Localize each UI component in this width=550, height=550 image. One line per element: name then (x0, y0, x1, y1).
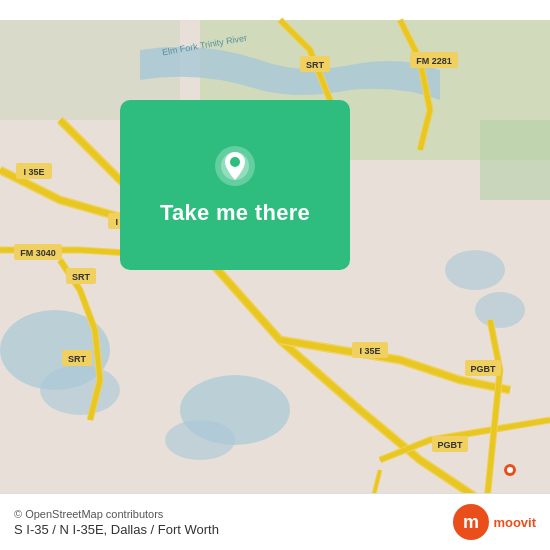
svg-point-6 (165, 420, 235, 460)
svg-point-8 (475, 292, 525, 328)
svg-text:I 35E: I 35E (23, 167, 44, 177)
svg-point-35 (230, 157, 240, 167)
map-container: SRT FM 2281 FM 3040 I 35E I 35E SRT SRT … (0, 0, 550, 550)
svg-point-32 (507, 467, 513, 473)
location-pin-icon (213, 144, 257, 188)
svg-text:PGBT: PGBT (470, 364, 496, 374)
svg-text:SRT: SRT (306, 60, 325, 70)
svg-text:I 35E: I 35E (359, 346, 380, 356)
svg-text:FM 3040: FM 3040 (20, 248, 56, 258)
svg-text:FM 2281: FM 2281 (416, 56, 452, 66)
svg-point-7 (445, 250, 505, 290)
svg-text:SRT: SRT (68, 354, 87, 364)
take-me-there-card[interactable]: Take me there (120, 100, 350, 270)
svg-text:m: m (463, 512, 479, 532)
svg-rect-9 (480, 120, 550, 200)
moovit-logo: m moovit (453, 504, 536, 540)
svg-text:PGBT: PGBT (437, 440, 463, 450)
moovit-icon: m (453, 504, 489, 540)
map-attribution: © OpenStreetMap contributors (14, 508, 219, 520)
route-label: S I-35 / N I-35E, Dallas / Fort Worth (14, 522, 219, 537)
svg-text:SRT: SRT (72, 272, 91, 282)
map-background: SRT FM 2281 FM 3040 I 35E I 35E SRT SRT … (0, 0, 550, 550)
bottom-bar: © OpenStreetMap contributors S I-35 / N … (0, 493, 550, 550)
moovit-brand-text: moovit (493, 515, 536, 530)
take-me-there-button[interactable]: Take me there (160, 200, 310, 226)
svg-point-4 (40, 365, 120, 415)
